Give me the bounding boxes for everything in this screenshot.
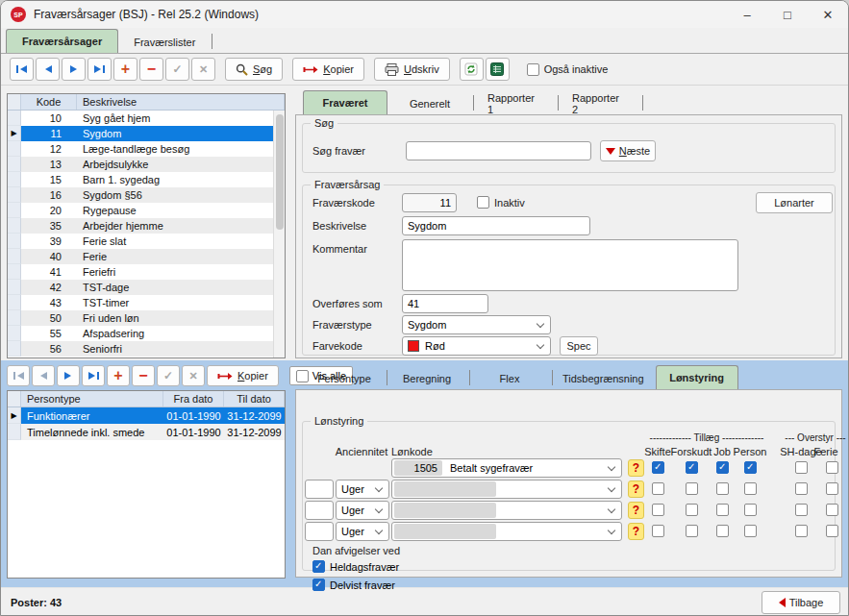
check-person[interactable]: [744, 461, 757, 474]
copy-button[interactable]: Kopier: [292, 58, 364, 81]
check-forskudt[interactable]: [686, 525, 698, 537]
table-row[interactable]: 15Barn 1. sygedag: [8, 172, 285, 187]
check-person[interactable]: [744, 525, 757, 537]
table-row[interactable]: ▶Funktionærer01-01-199031-12-2099: [8, 407, 285, 424]
search-button[interactable]: Søg: [225, 58, 283, 81]
add-record-button[interactable]: +: [107, 365, 130, 386]
close-button[interactable]: ✕: [808, 1, 848, 28]
table-row[interactable]: 39Ferie slat: [8, 234, 285, 249]
tab-persontype[interactable]: Persontype: [303, 367, 386, 389]
description-input[interactable]: Sygdom: [402, 216, 590, 235]
check-forskudt[interactable]: [686, 461, 698, 474]
tab-generelt[interactable]: Generelt: [387, 92, 472, 114]
deviation-checkbox[interactable]: Heldagsfravær: [312, 560, 399, 573]
code-input[interactable]: 11: [402, 193, 457, 212]
confirm-button[interactable]: ✓: [157, 365, 180, 386]
type-select[interactable]: Sygdom: [402, 315, 551, 334]
help-button[interactable]: ?: [628, 480, 644, 498]
anciennitet-input[interactable]: [305, 480, 334, 499]
confirm-button[interactable]: ✓: [165, 58, 189, 81]
help-button[interactable]: ?: [628, 523, 644, 540]
unit-select[interactable]: Uger: [336, 480, 389, 499]
tab-beregning[interactable]: Beregning: [386, 367, 468, 389]
check-sh-dage[interactable]: [795, 461, 808, 474]
check-ferie[interactable]: [826, 461, 838, 474]
first-record-button[interactable]: [10, 58, 34, 81]
anciennitet-input[interactable]: [305, 522, 334, 541]
check-skifte[interactable]: [652, 525, 664, 537]
table-row[interactable]: 41Feriefri: [8, 264, 285, 280]
deviation-checkbox[interactable]: Delvist fravær: [312, 579, 395, 591]
tab-rapporter-1[interactable]: Rapporter 1: [472, 92, 557, 114]
check-job[interactable]: [716, 461, 729, 474]
table-row[interactable]: 43TST-timer: [8, 295, 285, 310]
check-ferie[interactable]: [826, 504, 838, 516]
vertical-scrollbar[interactable]: [273, 111, 285, 357]
table-row[interactable]: ▶11Sygdom: [8, 126, 285, 141]
also-inactive-checkbox-box[interactable]: [527, 63, 539, 76]
next-button[interactable]: Næste: [600, 140, 656, 161]
anciennitet-input[interactable]: [305, 501, 334, 520]
unit-select[interactable]: Uger: [336, 522, 389, 541]
column-header-persontype[interactable]: Persontype: [21, 391, 163, 407]
table-row[interactable]: 56Seniorfri: [8, 341, 285, 357]
excel-export-button[interactable]: [486, 58, 510, 81]
inactive-checkbox[interactable]: Inaktiv: [477, 196, 525, 209]
maximize-button[interactable]: □: [767, 1, 808, 28]
search-fravaer-input[interactable]: [406, 141, 591, 160]
table-row[interactable]: 16Sygdom §56: [8, 187, 285, 203]
table-row[interactable]: 50Fri uden løn: [8, 310, 285, 326]
comment-textarea[interactable]: [402, 239, 738, 291]
tab-flex[interactable]: Flex: [468, 367, 551, 389]
check-person[interactable]: [744, 482, 757, 495]
check-sh-dage[interactable]: [795, 504, 808, 516]
check-job[interactable]: [716, 525, 729, 537]
table-row[interactable]: 13Arbejdsulykke: [8, 157, 285, 172]
back-button[interactable]: Tilbage: [762, 591, 840, 614]
delete-record-button[interactable]: −: [139, 58, 163, 81]
check-sh-dage[interactable]: [795, 482, 808, 495]
cancel-button[interactable]: ✕: [182, 365, 205, 386]
check-person[interactable]: [744, 504, 757, 516]
check-job[interactable]: [716, 482, 729, 495]
table-row[interactable]: 55Afspadsering: [8, 326, 285, 341]
lonkode-select[interactable]: 1505Betalt sygefravær: [391, 458, 622, 478]
print-button[interactable]: Udskriv: [374, 58, 450, 81]
tab-fravaersaarsager[interactable]: Fraværsårsager: [6, 29, 118, 53]
check-job[interactable]: [716, 504, 729, 516]
add-record-button[interactable]: +: [113, 58, 137, 81]
lonkode-select[interactable]: [391, 522, 622, 541]
lonarter-button[interactable]: Lønarter: [756, 192, 833, 213]
minimize-button[interactable]: –: [727, 1, 767, 28]
tab-fravaeret[interactable]: Fraværet: [303, 90, 387, 114]
lonkode-select[interactable]: [391, 480, 622, 499]
last-record-button[interactable]: [82, 365, 105, 386]
table-row[interactable]: Timelønnede inkl. smede01-01-199031-12-2…: [8, 424, 285, 440]
scrollbar-thumb[interactable]: [276, 114, 284, 230]
first-record-button[interactable]: [7, 365, 30, 386]
color-select[interactable]: Rød: [402, 336, 551, 356]
tab-lonstyring[interactable]: Lønstyring: [656, 365, 738, 389]
also-inactive-checkbox[interactable]: Også inaktive: [527, 63, 609, 76]
transfer-input[interactable]: 41: [402, 294, 488, 313]
inactive-checkbox-box[interactable]: [477, 196, 489, 209]
check-skifte[interactable]: [652, 504, 664, 516]
table-row[interactable]: 35Arbejder hjemme: [8, 218, 285, 234]
refresh-button[interactable]: [460, 58, 484, 81]
previous-record-button[interactable]: [32, 365, 55, 386]
check-ferie[interactable]: [826, 482, 838, 495]
tab-fravaerslister[interactable]: Fraværslister: [118, 31, 211, 53]
next-record-button[interactable]: [57, 365, 80, 386]
help-button[interactable]: ?: [628, 459, 644, 477]
table-row[interactable]: 20Rygepause: [8, 203, 285, 218]
lonkode-select[interactable]: [391, 501, 622, 520]
check-forskudt[interactable]: [686, 504, 698, 516]
check-skifte[interactable]: [652, 482, 664, 495]
copy-persontype-button[interactable]: Kopier: [207, 365, 279, 386]
cancel-button[interactable]: ✕: [191, 58, 215, 81]
column-header-kode[interactable]: Kode: [21, 94, 77, 110]
tab-rapporter-2[interactable]: Rapporter 2: [557, 92, 641, 114]
check-ferie[interactable]: [826, 525, 838, 537]
next-record-button[interactable]: [62, 58, 86, 81]
table-row[interactable]: 10Syg gået hjem: [8, 111, 285, 126]
